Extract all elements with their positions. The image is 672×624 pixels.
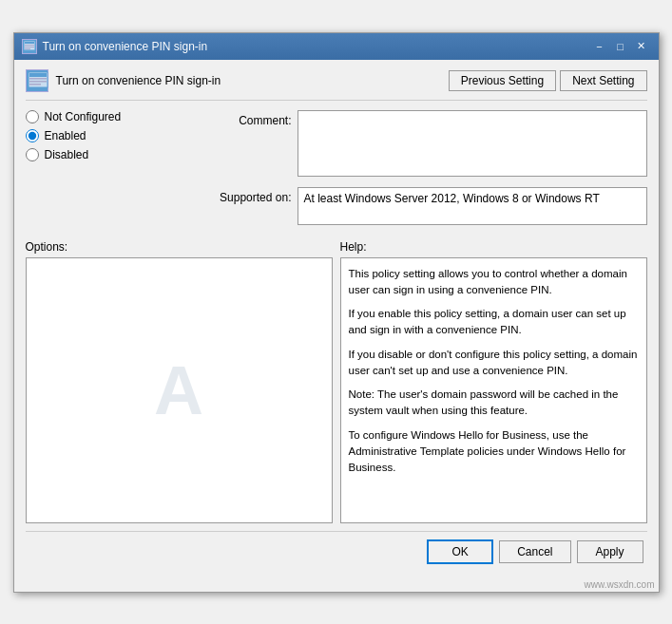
fields-section: Comment: Supported on: At least Windows … bbox=[159, 110, 647, 233]
supported-value: At least Windows Server 2012, Windows 8 … bbox=[298, 187, 647, 225]
radio-not-configured[interactable]: Not Configured bbox=[26, 110, 149, 123]
supported-label: Supported on: bbox=[159, 187, 292, 225]
radio-enabled[interactable]: Enabled bbox=[26, 129, 149, 142]
svg-rect-2 bbox=[25, 45, 34, 46]
options-watermark: A bbox=[154, 351, 203, 429]
radio-enabled-input[interactable] bbox=[26, 129, 39, 142]
radio-disabled[interactable]: Disabled bbox=[26, 148, 149, 161]
radio-enabled-label: Enabled bbox=[45, 129, 86, 142]
header-policy-icon bbox=[26, 69, 48, 92]
svg-rect-3 bbox=[25, 47, 34, 47]
svg-rect-4 bbox=[25, 48, 30, 49]
svg-rect-7 bbox=[29, 78, 47, 80]
minimize-button[interactable]: − bbox=[590, 38, 609, 55]
radio-disabled-label: Disabled bbox=[45, 148, 89, 161]
title-bar-title: Turn on convenience PIN sign-in bbox=[43, 40, 208, 53]
apply-button[interactable]: Apply bbox=[577, 540, 643, 563]
comment-label: Comment: bbox=[159, 110, 292, 180]
help-para-1: This policy setting allows you to contro… bbox=[349, 266, 639, 299]
comment-textarea[interactable] bbox=[298, 110, 647, 177]
help-para-4: Note: The user's domain password will be… bbox=[349, 387, 639, 420]
policy-icon bbox=[22, 39, 37, 54]
supported-section: Supported on: At least Windows Server 20… bbox=[159, 187, 647, 225]
radio-not-configured-input[interactable] bbox=[26, 110, 39, 123]
radio-disabled-input[interactable] bbox=[26, 148, 39, 161]
dialog-body: Turn on convenience PIN sign-in Previous… bbox=[14, 60, 659, 577]
options-box: A bbox=[26, 257, 333, 523]
prev-setting-button[interactable]: Previous Setting bbox=[449, 70, 556, 91]
svg-rect-8 bbox=[29, 81, 47, 83]
comment-section: Comment: bbox=[159, 110, 647, 180]
ok-button[interactable]: OK bbox=[427, 539, 493, 564]
help-para-2: If you enable this policy setting, a dom… bbox=[349, 306, 639, 339]
header-section: Turn on convenience PIN sign-in Previous… bbox=[26, 69, 647, 101]
close-button[interactable]: ✕ bbox=[632, 38, 651, 55]
top-content: Not Configured Enabled Disabled Comment: bbox=[26, 110, 647, 233]
help-panel: Help: This policy setting allows you to … bbox=[340, 240, 647, 523]
help-para-5: To configure Windows Hello for Business,… bbox=[349, 427, 639, 477]
help-box: This policy setting allows you to contro… bbox=[340, 257, 647, 523]
title-bar: Turn on convenience PIN sign-in − □ ✕ bbox=[14, 33, 659, 60]
watermark: www.wsxdn.com bbox=[14, 577, 659, 592]
title-bar-left: Turn on convenience PIN sign-in bbox=[22, 39, 208, 54]
cancel-button[interactable]: Cancel bbox=[499, 540, 570, 563]
svg-rect-9 bbox=[29, 84, 41, 85]
comment-box-wrapper bbox=[298, 110, 647, 180]
dialog-window: Turn on convenience PIN sign-in − □ ✕ bbox=[13, 32, 660, 593]
help-para-3: If you disable or don't configure this p… bbox=[349, 347, 639, 380]
footer-section: OK Cancel Apply bbox=[26, 531, 647, 568]
svg-rect-6 bbox=[29, 73, 47, 77]
maximize-button[interactable]: □ bbox=[611, 38, 630, 55]
options-label: Options: bbox=[26, 240, 333, 254]
options-panel: Options: A bbox=[26, 240, 333, 523]
help-label: Help: bbox=[340, 240, 647, 254]
title-bar-controls: − □ ✕ bbox=[590, 38, 651, 55]
next-setting-button[interactable]: Next Setting bbox=[560, 70, 646, 91]
header-buttons: Previous Setting Next Setting bbox=[449, 70, 647, 91]
header-policy-title: Turn on convenience PIN sign-in bbox=[56, 74, 221, 87]
options-help-row: Options: A Help: This policy setting all… bbox=[26, 240, 647, 523]
header-left: Turn on convenience PIN sign-in bbox=[26, 69, 221, 92]
radio-not-configured-label: Not Configured bbox=[45, 110, 122, 123]
svg-rect-1 bbox=[25, 42, 34, 44]
radio-section: Not Configured Enabled Disabled bbox=[26, 110, 149, 233]
